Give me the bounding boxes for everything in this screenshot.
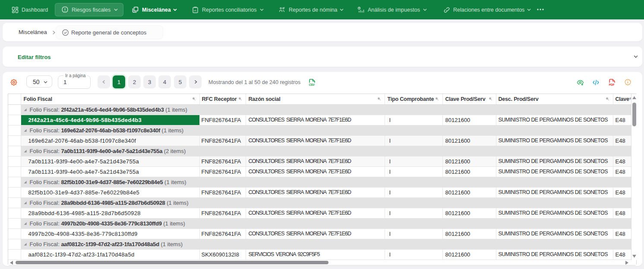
svg-text:CSV: CSV [309, 83, 315, 86]
svg-text:PDF: PDF [609, 83, 615, 86]
